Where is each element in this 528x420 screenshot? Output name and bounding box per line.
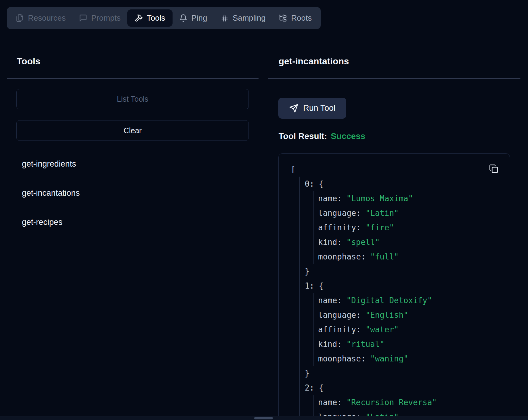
- json-token: {: [319, 179, 324, 188]
- json-row: 1:{: [279, 279, 510, 293]
- json-token: kind:: [318, 340, 342, 349]
- json-token: moonphase:: [318, 252, 366, 261]
- json-row: 2:{: [279, 381, 510, 395]
- horizontal-scrollbar-thumb[interactable]: [254, 417, 273, 419]
- tool-list-item-get-recipes[interactable]: get-recipes: [22, 217, 63, 228]
- horizontal-scrollbar: [0, 416, 528, 420]
- bell-icon: [179, 14, 187, 22]
- json-token: name:: [318, 296, 342, 305]
- indent-guide: [314, 191, 314, 264]
- clear-button[interactable]: Clear: [16, 120, 249, 141]
- json-value: "Lumos Maxima": [346, 194, 413, 203]
- json-token: affinity:: [318, 223, 361, 232]
- json-token: kind:: [318, 238, 342, 247]
- tab-tools[interactable]: Tools: [127, 9, 173, 27]
- send-icon: [289, 104, 298, 113]
- tool-result-viewer: [0:{name:"Lumos Maxima"language:"Latin"a…: [278, 153, 510, 420]
- hammer-icon: [135, 14, 143, 22]
- tool-list-item-get-ingredients[interactable]: get-ingredients: [22, 158, 76, 169]
- folder-tree-icon: [279, 14, 287, 22]
- tab-label: Prompts: [91, 13, 121, 23]
- json-value: "Recursion Reversa": [346, 398, 437, 407]
- hash-icon: [221, 14, 229, 22]
- json-row: }: [279, 264, 510, 279]
- json-token: language:: [318, 208, 361, 218]
- json-value: "water": [365, 325, 399, 334]
- tab-prompts[interactable]: Prompts: [72, 7, 127, 29]
- tools-panel-divider: [7, 78, 259, 79]
- json-token: {: [319, 281, 324, 290]
- json-token: affinity:: [318, 325, 361, 334]
- message-square-icon: [79, 14, 87, 22]
- tab-label: Tools: [147, 13, 165, 23]
- tab-label: Resources: [28, 13, 66, 23]
- tab-label: Sampling: [233, 13, 266, 23]
- json-token: 2:: [305, 383, 314, 392]
- json-token: moonphase:: [318, 354, 366, 363]
- json-token: language:: [318, 310, 361, 320]
- copy-icon[interactable]: [489, 164, 499, 174]
- tab-ping[interactable]: Ping: [173, 7, 214, 29]
- files-icon: [16, 14, 24, 22]
- json-value: "Latin": [365, 208, 399, 218]
- json-token: name:: [318, 194, 342, 203]
- json-row: }: [279, 366, 510, 381]
- tools-panel-title: Tools: [17, 56, 40, 66]
- tool-panel-divider: [268, 78, 520, 79]
- json-value: "Digital Detoxify": [346, 296, 432, 305]
- tab-sampling[interactable]: Sampling: [214, 7, 272, 29]
- json-row: 0:{: [279, 177, 510, 191]
- json-value: "full": [370, 252, 399, 261]
- run-tool-button[interactable]: Run Tool: [278, 98, 346, 119]
- json-value: "English": [365, 310, 408, 320]
- json-token: 1:: [305, 281, 314, 290]
- selected-tool-title: get-incantations: [279, 56, 349, 66]
- tool-result-status: Success: [331, 131, 365, 141]
- json-value: "waning": [370, 354, 408, 363]
- json-value: "ritual": [346, 340, 384, 349]
- tab-label: Roots: [291, 13, 312, 23]
- json-token: }: [305, 369, 310, 378]
- tool-list-item-get-incantations[interactable]: get-incantations: [22, 188, 80, 198]
- tab-resources[interactable]: Resources: [9, 7, 72, 29]
- indent-guide: [299, 177, 300, 420]
- json-value: "spell": [346, 238, 380, 247]
- json-value: "fire": [365, 223, 394, 232]
- top-tab-bar: Resources Prompts Tools Ping Sampling Ro…: [7, 7, 321, 29]
- json-token: name:: [318, 398, 342, 407]
- json-token: [: [291, 165, 296, 174]
- tool-result-label: Tool Result:: [279, 131, 327, 141]
- tab-roots[interactable]: Roots: [272, 7, 318, 29]
- json-token: 0:: [305, 179, 314, 188]
- json-token: }: [305, 267, 310, 276]
- json-token: {: [319, 383, 324, 392]
- list-tools-button[interactable]: List Tools: [16, 89, 249, 109]
- tool-result-line: Tool Result:Success: [279, 131, 365, 141]
- tab-label: Ping: [191, 13, 207, 23]
- run-tool-label: Run Tool: [303, 103, 335, 113]
- json-row: [: [279, 162, 510, 177]
- indent-guide: [314, 293, 314, 366]
